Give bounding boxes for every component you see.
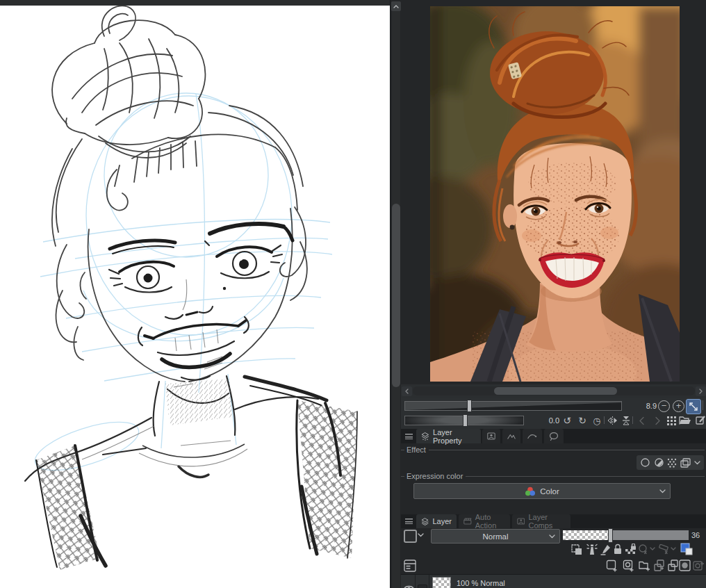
layer-color-button[interactable] (680, 543, 693, 555)
create-layer-mask-button[interactable] (679, 560, 691, 571)
halftone-icon[interactable] (667, 458, 677, 468)
lock-checker-icon (625, 544, 637, 555)
lock-icon (613, 544, 623, 555)
chevron-right-icon (655, 416, 661, 425)
layer-list-options-button[interactable] (404, 560, 416, 572)
chevron-down-icon[interactable] (694, 461, 700, 465)
palette-color-chevron[interactable] (418, 533, 424, 537)
scrollbar-track[interactable] (413, 386, 695, 395)
edit-image-button[interactable] (694, 414, 706, 426)
scrollbar-thumb[interactable] (392, 204, 400, 387)
mask-options-chevron[interactable] (650, 547, 655, 550)
scroll-up-button[interactable] (391, 1, 401, 11)
layer-visibility-toggle[interactable] (404, 585, 414, 588)
clip-layer-icon (571, 544, 583, 555)
ruler-options-chevron[interactable] (671, 547, 676, 550)
list-icon (404, 560, 416, 572)
import-image-button[interactable] (678, 414, 692, 426)
chevron-down-icon (418, 533, 424, 537)
new-vector-layer-button[interactable] (623, 560, 635, 572)
tab-auto-action[interactable]: Auto Action (459, 514, 510, 528)
ruler-visibility-button[interactable] (659, 544, 670, 555)
edit-pencil-icon (696, 415, 706, 425)
tab-layer-property[interactable]: Layer Property (416, 429, 481, 443)
eye-icon (404, 585, 414, 588)
chevron-down-icon (671, 547, 676, 550)
blend-mode-value: Normal (482, 532, 508, 541)
opacity-slider-handle[interactable] (608, 528, 613, 543)
rotation-slider-handle[interactable] (463, 414, 468, 427)
zoom-out-button[interactable] (658, 400, 670, 412)
pen-icon (600, 544, 611, 555)
expression-color-dropdown[interactable]: Color (413, 483, 671, 499)
zoom-slider-handle[interactable] (467, 400, 472, 412)
tone-effect-icon[interactable] (654, 457, 664, 468)
zoom-slider[interactable] (404, 401, 622, 411)
layer-thumbnail[interactable] (432, 577, 451, 588)
fit-arrows-icon (689, 402, 698, 411)
palette-menu-icon[interactable] (405, 434, 413, 439)
previous-image-button[interactable] (635, 414, 648, 427)
subview-horizontal-scrollbar[interactable] (401, 384, 706, 398)
ruler-disabled-icon (659, 544, 670, 555)
merge-down-icon (668, 560, 680, 571)
flip-horizontal-icon (607, 416, 618, 425)
reset-rotation-button[interactable] (591, 414, 603, 427)
subview-reference-image[interactable] (430, 6, 680, 382)
new-layer-folder-button[interactable] (639, 560, 650, 571)
scrollbar-thumb[interactable] (494, 387, 617, 395)
effect-buttons (637, 455, 704, 470)
tab-layer-comps[interactable]: Layer Comps (512, 514, 570, 528)
flip-vertical-icon (622, 416, 630, 425)
app-window: 8.9 0.0 (0, 0, 706, 588)
new-layer-icon (606, 560, 618, 572)
flip-horizontal-button[interactable] (606, 414, 618, 427)
canvas-vertical-scrollbar[interactable] (390, 0, 402, 588)
flip-vertical-button[interactable] (620, 414, 632, 427)
blend-mode-select[interactable]: Normal (431, 529, 560, 544)
rotate-left-button[interactable] (561, 414, 573, 427)
tab-environment[interactable] (502, 429, 520, 443)
mask-disabled-icon (638, 544, 649, 555)
layer-reflect-icon[interactable] (680, 458, 691, 468)
new-raster-layer-button[interactable] (606, 560, 618, 572)
transfer-to-lower-layer-button[interactable] (654, 560, 666, 571)
tab-swoosh[interactable] (523, 429, 542, 443)
portrait-frame-icon (487, 432, 495, 441)
tab-balloon[interactable] (544, 429, 564, 443)
rgb-color-icon (525, 487, 536, 496)
palette-menu-icon[interactable] (405, 518, 413, 524)
border-effect-icon[interactable] (640, 457, 650, 468)
lock-layer-button[interactable] (613, 544, 623, 555)
tab-layer[interactable]: Layer (416, 514, 457, 528)
image-list-grid-button[interactable] (665, 414, 678, 427)
layer-checkbox[interactable] (418, 585, 427, 588)
tab-label: Layer (432, 517, 452, 525)
new-vector-layer-icon (623, 560, 635, 572)
expression-color-header: Expression color (401, 472, 706, 480)
layer-palette-tabbar: Layer Auto Action Layer Comps (401, 514, 706, 528)
reference-layer-button[interactable] (586, 544, 598, 555)
apply-mask-button[interactable] (693, 560, 705, 571)
chevron-left-icon (639, 416, 645, 425)
merge-to-lower-layer-button[interactable] (668, 560, 680, 571)
draft-layer-button[interactable] (600, 544, 611, 555)
balloon-icon (549, 432, 559, 441)
enable-mask-button[interactable] (638, 544, 649, 555)
lock-transparent-pixels-button[interactable] (625, 544, 637, 555)
scroll-right-button[interactable] (696, 386, 706, 396)
drawing-canvas[interactable] (0, 0, 390, 588)
rotation-value: 0.0 (544, 416, 559, 425)
next-image-button[interactable] (651, 414, 664, 427)
fit-to-window-button[interactable] (686, 399, 701, 414)
chevron-right-icon (699, 389, 703, 394)
rotate-right-button[interactable] (576, 414, 589, 427)
scroll-left-button[interactable] (402, 386, 412, 396)
palette-color-selector[interactable] (404, 530, 417, 543)
clip-to-layer-below-button[interactable] (571, 544, 583, 555)
expression-color-value: Color (540, 487, 559, 496)
opacity-slider[interactable] (563, 530, 689, 540)
zoom-in-button[interactable] (673, 400, 684, 412)
tab-navigator[interactable] (482, 429, 500, 443)
transfer-down-icon (654, 560, 666, 571)
